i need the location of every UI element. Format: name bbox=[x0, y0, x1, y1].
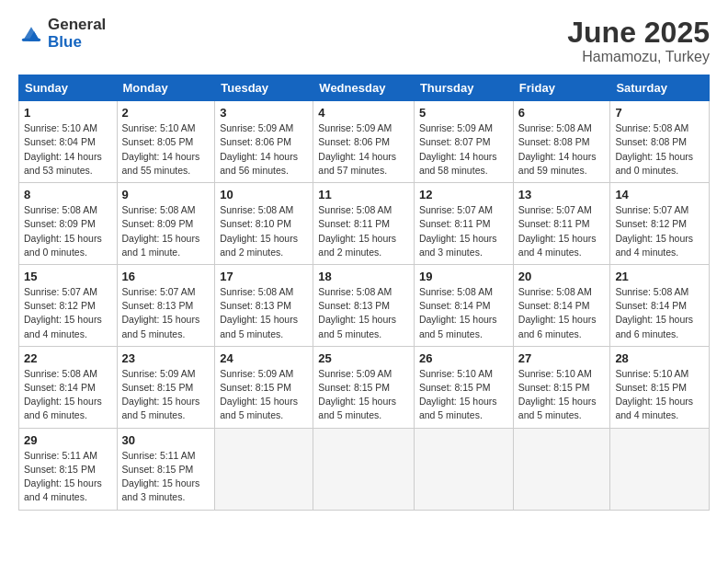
svg-rect-3 bbox=[22, 38, 40, 40]
day-12: 12 Sunrise: 5:07 AMSunset: 8:11 PMDaylig… bbox=[414, 183, 513, 265]
logo: General Blue bbox=[18, 17, 106, 51]
week-5: 29 Sunrise: 5:11 AMSunset: 8:15 PMDaylig… bbox=[19, 428, 710, 510]
day-6: 6 Sunrise: 5:08 AMSunset: 8:08 PMDayligh… bbox=[513, 101, 610, 183]
day-18: 18 Sunrise: 5:08 AMSunset: 8:13 PMDaylig… bbox=[313, 264, 415, 346]
day-17: 17 Sunrise: 5:08 AMSunset: 8:13 PMDaylig… bbox=[215, 264, 313, 346]
calendar-title: June 2025 bbox=[567, 17, 710, 49]
calendar-subtitle: Hamamozu, Turkey bbox=[567, 49, 710, 65]
header: General Blue June 2025 Hamamozu, Turkey bbox=[18, 17, 710, 65]
day-27: 27 Sunrise: 5:10 AMSunset: 8:15 PMDaylig… bbox=[513, 346, 610, 428]
logo-general: General bbox=[48, 17, 106, 34]
day-19: 19 Sunrise: 5:08 AMSunset: 8:14 PMDaylig… bbox=[414, 264, 513, 346]
day-3: 3 Sunrise: 5:09 AMSunset: 8:06 PMDayligh… bbox=[215, 101, 313, 183]
day-21: 21 Sunrise: 5:08 AMSunset: 8:14 PMDaylig… bbox=[610, 264, 710, 346]
col-friday: Friday bbox=[513, 75, 610, 101]
logo-icon bbox=[18, 21, 44, 47]
week-4: 22 Sunrise: 5:08 AMSunset: 8:14 PMDaylig… bbox=[19, 346, 710, 428]
day-25: 25 Sunrise: 5:09 AMSunset: 8:15 PMDaylig… bbox=[313, 346, 415, 428]
day-7: 7 Sunrise: 5:08 AMSunset: 8:08 PMDayligh… bbox=[610, 101, 710, 183]
week-3: 15 Sunrise: 5:07 AMSunset: 8:12 PMDaylig… bbox=[19, 264, 710, 346]
col-wednesday: Wednesday bbox=[313, 75, 415, 101]
day-20: 20 Sunrise: 5:08 AMSunset: 8:14 PMDaylig… bbox=[513, 264, 610, 346]
day-29: 29 Sunrise: 5:11 AMSunset: 8:15 PMDaylig… bbox=[19, 428, 118, 510]
day-8: 8 Sunrise: 5:08 AMSunset: 8:09 PMDayligh… bbox=[19, 183, 118, 265]
day-22: 22 Sunrise: 5:08 AMSunset: 8:14 PMDaylig… bbox=[19, 346, 118, 428]
title-block: June 2025 Hamamozu, Turkey bbox=[567, 17, 710, 65]
day-24: 24 Sunrise: 5:09 AMSunset: 8:15 PMDaylig… bbox=[215, 346, 313, 428]
day-1: 1 Sunrise: 5:10 AMSunset: 8:04 PMDayligh… bbox=[19, 101, 118, 183]
day-10: 10 Sunrise: 5:08 AMSunset: 8:10 PMDaylig… bbox=[215, 183, 313, 265]
logo-blue: Blue bbox=[48, 34, 106, 52]
day-30: 30 Sunrise: 5:11 AMSunset: 8:15 PMDaylig… bbox=[117, 428, 215, 510]
col-thursday: Thursday bbox=[414, 75, 513, 101]
empty-cell-4 bbox=[513, 428, 610, 510]
col-sunday: Sunday bbox=[19, 75, 118, 101]
empty-cell-1 bbox=[215, 428, 313, 510]
calendar-table: Sunday Monday Tuesday Wednesday Thursday… bbox=[18, 75, 710, 510]
day-16: 16 Sunrise: 5:07 AMSunset: 8:13 PMDaylig… bbox=[117, 264, 215, 346]
week-1: 1 Sunrise: 5:10 AMSunset: 8:04 PMDayligh… bbox=[19, 101, 710, 183]
day-28: 28 Sunrise: 5:10 AMSunset: 8:15 PMDaylig… bbox=[610, 346, 710, 428]
day-4: 4 Sunrise: 5:09 AMSunset: 8:06 PMDayligh… bbox=[313, 101, 415, 183]
empty-cell-2 bbox=[313, 428, 415, 510]
day-11: 11 Sunrise: 5:08 AMSunset: 8:11 PMDaylig… bbox=[313, 183, 415, 265]
day-15: 15 Sunrise: 5:07 AMSunset: 8:12 PMDaylig… bbox=[19, 264, 118, 346]
col-saturday: Saturday bbox=[610, 75, 710, 101]
page: General Blue June 2025 Hamamozu, Turkey … bbox=[0, 0, 728, 527]
week-2: 8 Sunrise: 5:08 AMSunset: 8:09 PMDayligh… bbox=[19, 183, 710, 265]
empty-cell-5 bbox=[610, 428, 710, 510]
day-9: 9 Sunrise: 5:08 AMSunset: 8:09 PMDayligh… bbox=[117, 183, 215, 265]
empty-cell-3 bbox=[414, 428, 513, 510]
day-14: 14 Sunrise: 5:07 AMSunset: 8:12 PMDaylig… bbox=[610, 183, 710, 265]
day-23: 23 Sunrise: 5:09 AMSunset: 8:15 PMDaylig… bbox=[117, 346, 215, 428]
day-26: 26 Sunrise: 5:10 AMSunset: 8:15 PMDaylig… bbox=[414, 346, 513, 428]
day-5: 5 Sunrise: 5:09 AMSunset: 8:07 PMDayligh… bbox=[414, 101, 513, 183]
day-13: 13 Sunrise: 5:07 AMSunset: 8:11 PMDaylig… bbox=[513, 183, 610, 265]
col-monday: Monday bbox=[117, 75, 215, 101]
col-tuesday: Tuesday bbox=[215, 75, 313, 101]
day-2: 2 Sunrise: 5:10 AMSunset: 8:05 PMDayligh… bbox=[117, 101, 215, 183]
header-row: Sunday Monday Tuesday Wednesday Thursday… bbox=[19, 75, 710, 101]
logo-text: General Blue bbox=[48, 17, 106, 51]
